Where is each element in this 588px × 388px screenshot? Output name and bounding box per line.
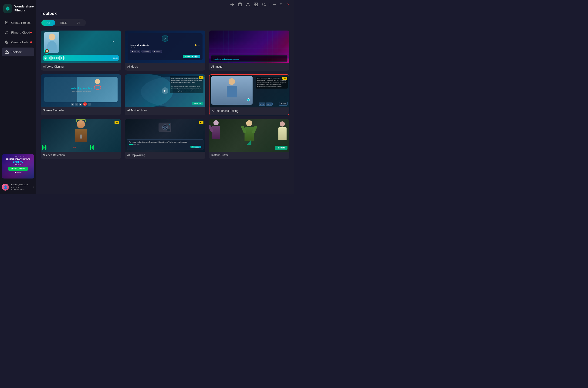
music-visual: ♪ Happy Vlogs Beats 🔔 ••• 01:28 <box>125 30 205 63</box>
tte-ctrl-btn1: ⊞ Pre <box>259 102 265 106</box>
banner-content: FILMORA STAR BECOME CREATIVE STARS SHINI… <box>2 154 34 175</box>
tool-card-ai-copywriting[interactable]: AI AI The impact of AI on business: This… <box>125 119 205 159</box>
maximize-button[interactable]: ❐ <box>279 2 283 6</box>
tool-card-screen-recorder[interactable]: Technology template Data analytics and i… <box>41 74 121 115</box>
template-subtitle: Data analytics and integration <box>71 90 92 92</box>
tool-card-ai-text-to-video[interactable]: AI Good day everyone! Today, we'll be di… <box>125 74 205 115</box>
silence-visual: AI <box>41 119 121 152</box>
banner-dot-4 <box>20 172 22 173</box>
rec-btn-main: ● <box>83 102 87 106</box>
generate-label: Generate <box>185 55 193 58</box>
copy-text-content: The impact of AI on business: This video… <box>129 141 201 143</box>
sidebar-item-toolbox[interactable]: Toolbox <box>2 48 34 56</box>
minimize-button[interactable]: — <box>272 2 276 6</box>
user-expand-icon[interactable]: › <box>34 186 34 188</box>
tool-card-ai-voice-cloning[interactable]: ▶ <box>41 30 121 71</box>
music-tag-happy: ► Happy <box>130 50 140 53</box>
tool-card-silence-detection[interactable]: AI <box>41 119 121 159</box>
tool-card-ai-image[interactable]: I want a grand cyberpunk scene AI Image <box>209 30 289 71</box>
present-icon[interactable] <box>238 2 242 7</box>
filter-tab-all[interactable]: All <box>42 20 55 26</box>
banner-dot-1 <box>15 172 16 173</box>
export-button[interactable]: Export <box>275 146 287 150</box>
image-visual: I want a grand cyberpunk scene <box>209 30 289 63</box>
sidebar-item-label: Creator Hub <box>11 41 28 44</box>
text-label: Text <box>283 103 286 105</box>
user-email: test056@163.com <box>11 183 32 186</box>
music-card-header: Happy Vlogs Beats 🔔 ••• <box>130 44 200 46</box>
sidebar-item-filmora-cloud[interactable]: Filmora Cloud <box>2 28 34 37</box>
banner-star-text: FILMORA STAR <box>4 156 32 158</box>
send-icon[interactable] <box>230 2 235 7</box>
target-icon <box>5 40 9 44</box>
svg-rect-16 <box>254 3 256 4</box>
filter-tab-basic[interactable]: Basic <box>55 20 72 26</box>
banner-year-text: IN 2025 <box>4 164 32 166</box>
tools-grid: ▶ <box>41 30 289 159</box>
grid-icon[interactable] <box>253 2 258 7</box>
sidebar-item-creator-hub[interactable]: Creator Hub <box>2 38 34 47</box>
topbar-divider <box>269 2 269 6</box>
tool-thumb-text-video: AI Good day everyone! Today, we'll be di… <box>125 74 205 107</box>
banner-cta-button[interactable]: GET STARTED > <box>8 167 28 171</box>
svg-rect-17 <box>256 3 258 4</box>
tool-label-silence: Silence Detection <box>41 152 121 159</box>
recorder-template-card: Technology template Data analytics and i… <box>44 77 118 102</box>
cutter-play-arrow <box>247 140 251 145</box>
svg-rect-21 <box>265 5 265 6</box>
filter-tab-ai[interactable]: AI <box>72 20 85 26</box>
user-profile-row[interactable]: 👤 test056@163.com ⬥ ⬥ ⬥ ⬥ ⬥ AI Credits: … <box>2 183 34 191</box>
music-title-text: Happy Vlogs Beats <box>130 44 149 46</box>
copy-generate-btn: Generate <box>129 146 201 148</box>
content-area: Toolbox All Basic AI <box>36 9 294 194</box>
generate-btn-container: Generate 30 <box>130 55 200 58</box>
toolbox-icon <box>5 50 9 54</box>
topbar: — ❐ ✕ <box>36 0 294 9</box>
tte-text-btn: T Text <box>279 102 288 106</box>
svg-rect-20 <box>262 5 263 6</box>
svg-point-8 <box>6 42 7 42</box>
user-info: test056@163.com ⬥ ⬥ ⬥ ⬥ ⬥ AI Credits: 11… <box>11 183 32 191</box>
generate-copy-button[interactable]: Generate <box>190 146 201 148</box>
ai-badge-text-edit: AI <box>282 77 287 80</box>
music-note-icon: ♪ <box>162 35 168 42</box>
voice-visual: ▶ <box>41 30 121 63</box>
tool-thumb-image: I want a grand cyberpunk scene <box>209 30 289 63</box>
music-icons: 🔔 ••• <box>194 44 200 46</box>
upload-icon[interactable] <box>245 2 250 7</box>
tool-thumb-voice-cloning: ▶ <box>41 30 121 63</box>
ai-badge-silence: AI <box>114 121 119 124</box>
silence-waveform <box>42 144 120 151</box>
text-button[interactable]: T Text <box>279 102 288 106</box>
template-title: Technology template <box>71 87 92 90</box>
prompt-text: I want a grand cyberpunk scene <box>213 58 239 60</box>
cutter-person-left <box>210 120 222 144</box>
prompt-box: I want a grand cyberpunk scene <box>211 55 287 62</box>
close-button[interactable]: ✕ <box>286 2 290 6</box>
filter-tabs: All Basic AI <box>41 19 86 26</box>
headphones-icon[interactable] <box>261 2 266 7</box>
promotional-banner[interactable]: FILMORA STAR BECOME CREATIVE STARS SHINI… <box>2 154 34 178</box>
user-avatar: 👤 <box>2 184 9 191</box>
tool-label-voice-cloning: AI Voice Cloning <box>41 63 121 71</box>
music-tags-container: ► Happy ► Vlogs ► Beats <box>130 50 200 53</box>
banner-dot-2 <box>17 172 18 173</box>
tool-thumb-cutter: Export <box>209 119 289 152</box>
tool-card-ai-text-based-editing[interactable]: Good day everyone! Today, most exciting … <box>209 74 289 115</box>
text-video-visual: AI Good day everyone! Today, we'll be di… <box>125 74 205 107</box>
user-credits-row: ⬥ ⬥ ⬥ ⬥ ⬥ <box>11 186 32 188</box>
generate-button[interactable]: Generate 30 <box>183 55 200 58</box>
user-section: 👤 test056@163.com ⬥ ⬥ ⬥ ⬥ ⬥ AI Credits: … <box>0 181 36 194</box>
notification-dot <box>30 32 32 33</box>
plus-square-icon <box>5 21 9 25</box>
ai-credits-text: AI Credits: 11650 <box>11 189 32 191</box>
banner-dot-3 <box>18 172 20 173</box>
ai-badge-copy: AI <box>199 121 203 124</box>
tool-card-ai-music[interactable]: ♪ Happy Vlogs Beats 🔔 ••• 01:28 <box>125 30 205 71</box>
tte-ctrl-btn2: ⊟ Pre <box>266 102 273 106</box>
sidebar-item-create-project[interactable]: Create Project <box>2 18 34 27</box>
tool-thumb-copywriting: AI AI The impact of AI on business: This… <box>125 119 205 152</box>
rec-ctrl-1: ⊞ <box>71 103 74 106</box>
tool-card-instant-cutter[interactable]: Export Instant Cutter <box>209 119 289 159</box>
tool-label-image: AI Image <box>209 63 289 71</box>
